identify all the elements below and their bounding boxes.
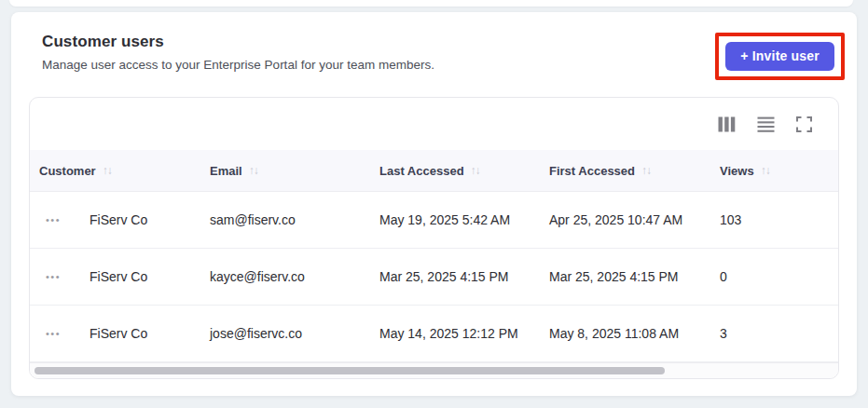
column-header-label: Views <box>720 164 754 178</box>
customer-cell: ••• FiServ Co <box>30 326 210 341</box>
sort-icon: ↑↓ <box>103 165 112 176</box>
customer-cell: ••• FiServ Co <box>30 212 210 227</box>
sort-icon: ↑↓ <box>471 165 480 176</box>
sort-icon: ↑↓ <box>761 165 770 176</box>
fullscreen-icon[interactable] <box>796 116 812 132</box>
columns-icon[interactable] <box>718 116 736 132</box>
row-density-icon[interactable] <box>757 116 775 132</box>
invite-user-button[interactable]: + Invite user <box>725 42 834 71</box>
row-actions-menu-icon[interactable]: ••• <box>46 272 64 282</box>
customer-cell: ••• FiServ Co <box>30 269 210 284</box>
column-header-first-accessed[interactable]: First Accessed ↑↓ <box>549 164 720 178</box>
first-accessed-cell: Apr 25, 2025 10:47 AM <box>549 212 720 227</box>
last-accessed-cell: Mar 25, 2025 4:15 PM <box>379 269 549 284</box>
row-actions-menu-icon[interactable]: ••• <box>46 329 64 339</box>
views-cell: 103 <box>720 212 838 227</box>
customer-users-table: Customer ↑↓ Email ↑↓ Last Accessed ↑↓ Fi… <box>29 97 839 379</box>
email-cell: sam@fiserv.co <box>210 212 379 227</box>
sort-icon: ↑↓ <box>249 165 258 176</box>
column-header-email[interactable]: Email ↑↓ <box>210 164 379 178</box>
table-row: ••• FiServ Co sam@fiserv.co May 19, 2025… <box>30 192 838 249</box>
table-header-row: Customer ↑↓ Email ↑↓ Last Accessed ↑↓ Fi… <box>30 150 838 192</box>
last-accessed-cell: May 19, 2025 5:42 AM <box>379 212 549 227</box>
horizontal-scrollbar-thumb[interactable] <box>34 367 665 374</box>
annotation-highlight-box: + Invite user <box>715 33 845 80</box>
column-header-label: Email <box>210 164 242 178</box>
first-accessed-cell: Mar 25, 2025 4:15 PM <box>549 269 720 284</box>
horizontal-scrollbar-track[interactable] <box>30 362 838 378</box>
views-cell: 3 <box>720 326 838 341</box>
column-header-label: First Accessed <box>549 164 635 178</box>
sort-icon: ↑↓ <box>641 165 651 176</box>
column-header-views[interactable]: Views ↑↓ <box>720 164 838 178</box>
email-cell: jose@fiservc.co <box>210 326 379 341</box>
column-header-last-accessed[interactable]: Last Accessed ↑↓ <box>379 164 549 178</box>
column-header-label: Customer <box>39 164 96 178</box>
views-cell: 0 <box>720 269 838 284</box>
table-toolbar <box>30 98 838 150</box>
customer-name: FiServ Co <box>90 326 147 341</box>
row-actions-menu-icon[interactable]: ••• <box>46 215 64 225</box>
column-header-label: Last Accessed <box>379 164 464 178</box>
email-cell: kayce@fiserv.co <box>210 269 379 284</box>
first-accessed-cell: May 8, 2025 11:08 AM <box>549 326 720 341</box>
customer-users-card: Customer users Manage user access to you… <box>11 12 857 396</box>
previous-card-edge <box>9 0 853 7</box>
card-header: Customer users Manage user access to you… <box>11 12 857 72</box>
customer-name: FiServ Co <box>90 212 147 227</box>
customer-name: FiServ Co <box>90 269 147 284</box>
column-header-customer[interactable]: Customer ↑↓ <box>30 164 210 178</box>
table-row: ••• FiServ Co jose@fiservc.co May 14, 20… <box>30 306 838 362</box>
table-row: ••• FiServ Co kayce@fiserv.co Mar 25, 20… <box>30 249 838 306</box>
last-accessed-cell: May 14, 2025 12:12 PM <box>379 326 549 341</box>
